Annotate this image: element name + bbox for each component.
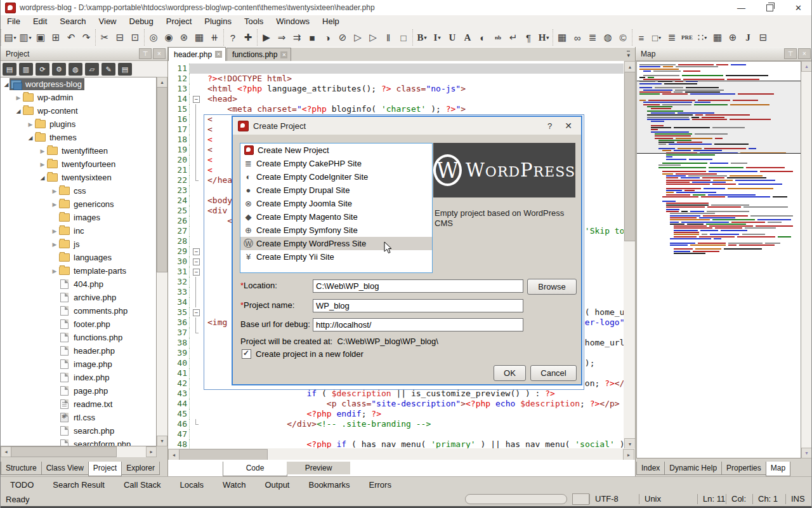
tree-item[interactable]: functions.php <box>1 331 156 344</box>
fold-toggle-icon[interactable]: − <box>193 269 200 276</box>
tree-item[interactable]: languages <box>1 251 156 264</box>
scroll-down-icon[interactable]: ▾ <box>801 448 812 458</box>
remove-breakpoints-icon[interactable]: ⊘ <box>335 30 350 45</box>
project-type-item[interactable]: ⊗Create Empty Joomla Site <box>240 197 432 210</box>
project-type-item[interactable]: ◆Create Empty Magento Site <box>240 210 432 224</box>
view-blocks-icon[interactable]: ▦ <box>192 30 207 45</box>
help-icon[interactable]: ? <box>225 30 240 45</box>
pin-icon[interactable]: ⊤ <box>139 48 152 59</box>
continue-icon[interactable]: ▷ <box>365 30 381 45</box>
heading-icon[interactable]: H▾ <box>536 30 551 45</box>
panel-tab-locals[interactable]: Locals <box>171 480 214 490</box>
panel-tab-errors[interactable]: Errors <box>360 480 401 490</box>
tab-list-dropdown-icon[interactable]: ▾ <box>627 51 630 58</box>
save-icon[interactable]: ▣ <box>33 30 48 45</box>
fold-toggle-icon[interactable]: − <box>193 309 200 316</box>
image-icon[interactable]: ▦ <box>554 30 570 45</box>
italic-icon[interactable]: I▾ <box>429 30 445 45</box>
tree-item[interactable]: ▶js <box>1 237 156 251</box>
editor-scroll-thumb[interactable] <box>624 72 635 241</box>
tree-item[interactable]: ▶genericons <box>1 197 156 211</box>
find-in-files-icon[interactable]: ◉ <box>161 30 176 45</box>
tree-item[interactable]: ◢wp-content <box>1 104 156 117</box>
expander-icon[interactable]: ▶ <box>15 95 22 101</box>
tree-item[interactable]: search.php <box>1 424 156 438</box>
expander-icon[interactable]: ◢ <box>3 81 10 88</box>
tree-item[interactable]: 404.php <box>1 277 156 291</box>
tree-item[interactable]: ▶plugins <box>1 117 156 131</box>
tab-properties[interactable]: Properties <box>721 462 766 475</box>
project-type-item[interactable]: ◐Create Empty CodeIgniter Site <box>240 170 432 184</box>
code-minimap[interactable] <box>636 61 801 458</box>
project-settings-icon[interactable]: ⚙ <box>52 63 66 76</box>
scroll-left-icon[interactable]: ◂ <box>1 446 11 457</box>
cut-icon[interactable]: ✂ <box>97 30 112 45</box>
menu-help[interactable]: Help <box>316 15 346 28</box>
form-icon[interactable]: ⊟ <box>756 30 771 45</box>
scroll-down-icon[interactable]: ▾ <box>157 436 167 446</box>
expander-icon[interactable]: ▶ <box>51 268 58 274</box>
tree-item[interactable]: image.php <box>1 358 156 371</box>
redo-icon[interactable]: ↷ <box>79 30 94 45</box>
editor-vertical-scrollbar[interactable]: ▴ ▾ <box>624 61 635 448</box>
ul-icon[interactable]: ∷▾ <box>695 30 710 45</box>
tree-item[interactable]: ▶inc <box>1 224 156 237</box>
report-icon[interactable]: ▤ <box>118 63 132 76</box>
tree-vertical-scrollbar[interactable]: ▴ ▾ <box>157 77 167 446</box>
web-icon[interactable]: ◍ <box>69 63 82 76</box>
scroll-right-icon[interactable]: ▸ <box>623 449 634 460</box>
save-all-icon[interactable]: ⊞ <box>48 30 63 45</box>
menu-search[interactable]: Search <box>53 15 92 28</box>
menu-plugins[interactable]: Plugins <box>198 15 238 28</box>
dialog-help-button[interactable]: ? <box>540 121 560 131</box>
tab-class-view[interactable]: Class View <box>41 462 89 475</box>
tree-item[interactable]: footer.php <box>1 318 156 331</box>
incremental-search-icon[interactable]: ⊛ <box>176 30 192 45</box>
new-file-icon[interactable]: ▤▾ <box>3 30 18 45</box>
fold-toggle-icon[interactable]: − <box>193 258 200 265</box>
project-type-item[interactable]: ⓌCreate Empty WordPress Site <box>240 237 432 250</box>
tree-hscroll-thumb[interactable] <box>11 446 117 457</box>
tree-item[interactable]: header.php <box>1 344 156 358</box>
navigate-icon[interactable]: ✚ <box>240 30 256 45</box>
copyright-icon[interactable]: © <box>615 30 631 45</box>
editor-hscroll-thumb[interactable] <box>179 449 268 460</box>
expander-icon[interactable]: ▶ <box>27 121 34 128</box>
step-into-icon[interactable]: ⇒ <box>274 30 289 45</box>
panel-tab-call-stack[interactable]: Call Stack <box>114 480 171 490</box>
start-icon[interactable]: ▷ <box>350 30 365 45</box>
pin-icon[interactable]: ⊤ <box>784 48 797 59</box>
align-icon[interactable]: ≡ <box>634 30 649 45</box>
menu-windows[interactable]: Windows <box>270 15 316 28</box>
tree-item[interactable]: page.php <box>1 384 156 398</box>
editor-tab-functions.php[interactable]: functions.php✕ <box>226 48 291 61</box>
tree-item[interactable]: readme.txt <box>1 398 156 411</box>
halt-icon[interactable]: □ <box>396 30 411 45</box>
anchor-icon[interactable]: ⊕ <box>725 30 740 45</box>
project-type-item[interactable]: ≣Create Empty CakePHP Site <box>240 157 432 170</box>
minimap-viewport[interactable] <box>637 81 801 154</box>
tree-item[interactable]: images <box>1 211 156 224</box>
find-icon[interactable]: ◎ <box>146 30 161 45</box>
restore-button[interactable] <box>756 0 784 15</box>
menu-edit[interactable]: Edit <box>27 15 53 28</box>
dialog-title-bar[interactable]: Create Project ? ✕ <box>233 117 581 135</box>
browse-button[interactable]: Browse <box>527 279 577 295</box>
editor-tab-header.php[interactable]: header.php✕ <box>168 47 226 62</box>
panel-tab-search-result[interactable]: Search Result <box>43 480 114 490</box>
paste-icon[interactable]: ⊡ <box>128 30 143 45</box>
undo-icon[interactable]: ↶ <box>63 30 79 45</box>
refresh-icon[interactable]: ⟳ <box>36 63 49 76</box>
underline-icon[interactable]: U <box>445 30 460 45</box>
scroll-left-icon[interactable]: ◂ <box>168 449 180 460</box>
list-icon[interactable]: ≣ <box>585 30 600 45</box>
fold-toggle-icon[interactable]: − <box>193 96 200 103</box>
linebreak-icon[interactable]: ↵ <box>506 30 521 45</box>
stop-icon[interactable]: ■ <box>304 30 320 45</box>
expander-icon[interactable]: ◢ <box>39 175 46 181</box>
scroll-up-icon[interactable]: ▴ <box>157 77 167 88</box>
new-folder-checkbox[interactable] <box>242 349 251 359</box>
expander-icon[interactable]: ▶ <box>51 188 58 194</box>
color-icon[interactable]: ◐ <box>475 30 490 45</box>
align-right-icon[interactable]: ≣ <box>664 30 679 45</box>
